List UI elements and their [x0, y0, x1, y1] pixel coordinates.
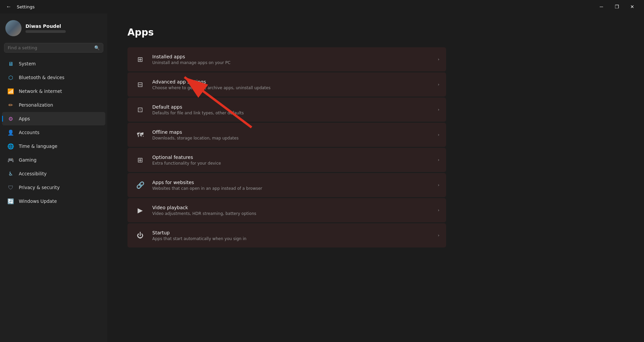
sidebar-item-apps[interactable]: ⚙ Apps — [2, 112, 105, 125]
offline-maps-desc: Downloads, storage location, map updates — [152, 136, 432, 140]
apps-icon: ⚙ — [7, 115, 14, 122]
sidebar-label-personalization: Personalization — [19, 102, 53, 108]
installed-apps-title: Installed apps — [152, 54, 432, 59]
sidebar-label-network: Network & internet — [19, 89, 62, 94]
user-name: Diwas Poudel — [25, 23, 66, 29]
video-playback-text: Video playback Video adjustments, HDR st… — [152, 205, 432, 216]
video-playback-icon: ▶ — [134, 204, 146, 216]
nav-list: 🖥 System ⬡ Bluetooth & devices 📶 Network… — [0, 57, 107, 208]
gaming-icon: 🎮 — [7, 157, 14, 163]
installed-apps-icon: ⊞ — [134, 53, 146, 65]
minimize-button[interactable]: ─ — [594, 1, 609, 12]
user-profile[interactable]: Diwas Poudel — [0, 16, 107, 42]
sidebar-item-system[interactable]: 🖥 System — [2, 57, 105, 70]
back-button[interactable]: ← — [4, 2, 13, 11]
settings-item-offline-maps[interactable]: 🗺 Offline maps Downloads, storage locati… — [127, 123, 446, 147]
default-apps-text: Default apps Defaults for file and link … — [152, 104, 432, 115]
sidebar-item-bluetooth[interactable]: ⬡ Bluetooth & devices — [2, 71, 105, 84]
content-area: Apps ⊞ Installed apps Uninstall and mana… — [107, 13, 644, 342]
startup-icon: ⏻ — [134, 229, 146, 241]
sidebar-item-network[interactable]: 📶 Network & internet — [2, 84, 105, 98]
advanced-app-settings-text: Advanced app settings Choose where to ge… — [152, 79, 432, 90]
optional-features-chevron: › — [438, 158, 439, 162]
sidebar-label-time: Time & language — [19, 144, 57, 149]
advanced-app-settings-desc: Choose where to get apps, archive apps, … — [152, 86, 432, 90]
window-controls: ─ ❐ ✕ — [594, 1, 640, 12]
startup-chevron: › — [438, 233, 439, 238]
video-playback-chevron: › — [438, 208, 439, 213]
startup-desc: Apps that start automatically when you s… — [152, 236, 432, 241]
video-playback-desc: Video adjustments, HDR streaming, batter… — [152, 211, 432, 216]
sidebar-label-update: Windows Update — [19, 198, 57, 204]
system-icon: 🖥 — [7, 60, 14, 67]
sidebar-label-accounts: Accounts — [19, 130, 40, 135]
sidebar-label-bluetooth: Bluetooth & devices — [19, 75, 64, 80]
update-icon: 🔄 — [7, 198, 14, 205]
sidebar-label-privacy: Privacy & security — [19, 185, 60, 190]
offline-maps-icon: 🗺 — [134, 129, 146, 141]
apps-for-websites-chevron: › — [438, 183, 439, 187]
installed-apps-chevron: › — [438, 57, 439, 62]
sidebar-item-time[interactable]: 🌐 Time & language — [2, 139, 105, 153]
optional-features-text: Optional features Extra functionality fo… — [152, 155, 432, 166]
sidebar-label-gaming: Gaming — [19, 157, 37, 163]
user-info: Diwas Poudel — [25, 23, 66, 33]
main-container: Diwas Poudel 🔍 🖥 System ⬡ Bluetooth & de… — [0, 13, 644, 342]
titlebar-left: ← Settings — [4, 2, 35, 11]
startup-title: Startup — [152, 230, 432, 235]
search-icon: 🔍 — [94, 45, 100, 50]
sidebar-item-accounts[interactable]: 👤 Accounts — [2, 126, 105, 139]
user-email-placeholder — [25, 30, 66, 33]
sidebar-item-gaming[interactable]: 🎮 Gaming — [2, 153, 105, 167]
personalization-icon: ✏ — [7, 102, 14, 108]
search-container: 🔍 — [0, 42, 107, 57]
page-title: Apps — [127, 27, 624, 38]
titlebar: ← Settings ─ ❐ ✕ — [0, 0, 644, 13]
default-apps-icon: ⊡ — [134, 104, 146, 116]
avatar — [5, 20, 21, 36]
avatar-image — [5, 20, 21, 36]
settings-item-startup[interactable]: ⏻ Startup Apps that start automatically … — [127, 223, 446, 247]
sidebar-label-system: System — [19, 61, 36, 66]
settings-list: ⊞ Installed apps Uninstall and manage ap… — [127, 47, 446, 247]
app-title: Settings — [17, 4, 35, 9]
sidebar-label-accessibility: Accessibility — [19, 171, 47, 176]
time-icon: 🌐 — [7, 143, 14, 150]
offline-maps-text: Offline maps Downloads, storage location… — [152, 129, 432, 140]
privacy-icon: 🛡 — [7, 184, 14, 191]
apps-for-websites-icon: 🔗 — [134, 179, 146, 191]
accessibility-icon: ♿ — [7, 170, 14, 177]
optional-features-icon: ⊞ — [134, 154, 146, 166]
optional-features-desc: Extra functionality for your device — [152, 161, 432, 166]
apps-for-websites-desc: Websites that can open in an app instead… — [152, 186, 432, 191]
installed-apps-desc: Uninstall and manage apps on your PC — [152, 60, 432, 65]
sidebar-item-update[interactable]: 🔄 Windows Update — [2, 194, 105, 208]
settings-item-default-apps[interactable]: ⊡ Default apps Defaults for file and lin… — [127, 98, 446, 122]
close-button[interactable]: ✕ — [625, 1, 640, 12]
startup-text: Startup Apps that start automatically wh… — [152, 230, 432, 241]
optional-features-title: Optional features — [152, 155, 432, 160]
sidebar-label-apps: Apps — [19, 116, 30, 121]
sidebar-item-accessibility[interactable]: ♿ Accessibility — [2, 167, 105, 180]
apps-for-websites-text: Apps for websites Websites that can open… — [152, 180, 432, 191]
settings-item-video-playback[interactable]: ▶ Video playback Video adjustments, HDR … — [127, 198, 446, 222]
offline-maps-chevron: › — [438, 132, 439, 137]
network-icon: 📶 — [7, 88, 14, 95]
installed-apps-text: Installed apps Uninstall and manage apps… — [152, 54, 432, 65]
search-input[interactable] — [8, 45, 92, 50]
sidebar: Diwas Poudel 🔍 🖥 System ⬡ Bluetooth & de… — [0, 13, 107, 342]
settings-item-optional-features[interactable]: ⊞ Optional features Extra functionality … — [127, 148, 446, 172]
apps-for-websites-title: Apps for websites — [152, 180, 432, 185]
advanced-app-settings-chevron: › — [438, 82, 439, 87]
search-box[interactable]: 🔍 — [4, 43, 103, 53]
bluetooth-icon: ⬡ — [7, 74, 14, 81]
default-apps-title: Default apps — [152, 104, 432, 110]
advanced-app-settings-icon: ⊟ — [134, 78, 146, 91]
offline-maps-title: Offline maps — [152, 129, 432, 135]
settings-item-advanced-app-settings[interactable]: ⊟ Advanced app settings Choose where to … — [127, 72, 446, 97]
sidebar-item-privacy[interactable]: 🛡 Privacy & security — [2, 181, 105, 194]
settings-item-installed-apps[interactable]: ⊞ Installed apps Uninstall and manage ap… — [127, 47, 446, 71]
sidebar-item-personalization[interactable]: ✏ Personalization — [2, 98, 105, 112]
settings-item-apps-for-websites[interactable]: 🔗 Apps for websites Websites that can op… — [127, 173, 446, 197]
restore-button[interactable]: ❐ — [609, 1, 625, 12]
